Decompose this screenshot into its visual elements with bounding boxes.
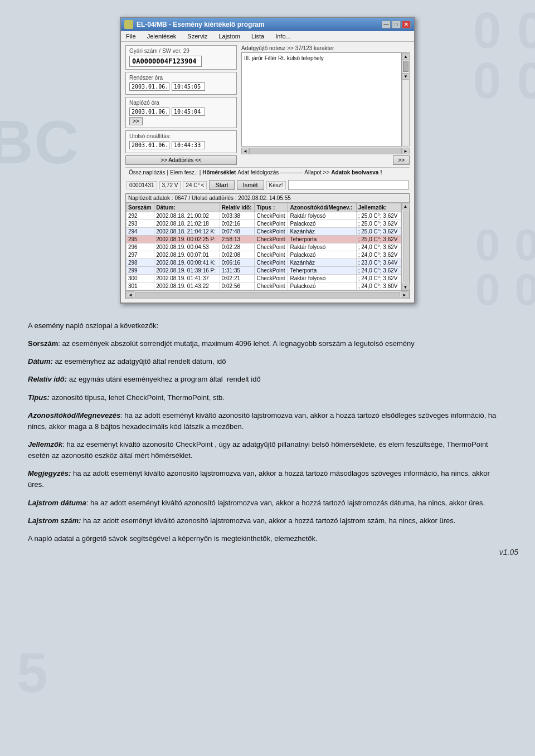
naplo-group: Naplózó óra >>: [125, 97, 237, 128]
minimize-button[interactable]: —: [382, 21, 391, 28]
table-row[interactable]: 2922002.08.18. 21:00:020:03:38CheckPoint…: [127, 212, 401, 220]
notesz-container: III. járőr Fillér Rt. külső telephely ▲ …: [241, 52, 410, 147]
serial-label: Gyári szám / SW ver. 29: [129, 48, 233, 54]
window-title: EL-04/MB - Esemény kiértékelő program: [137, 21, 264, 28]
table-cell: 2002.08.19. 00:04:53: [154, 243, 220, 251]
scroll-up-arrow[interactable]: ▲: [402, 53, 410, 60]
table-cell: ; 24,0 C°; 3,60V: [356, 282, 401, 290]
table-cell: 0:02:16: [220, 220, 255, 228]
utolso-date-input[interactable]: [129, 141, 169, 149]
table-cell: 301: [127, 282, 154, 290]
menu-lista[interactable]: Lista: [250, 32, 266, 40]
table-scroll-right[interactable]: ►: [401, 291, 408, 298]
menu-szerviz[interactable]: Szerviz: [186, 32, 209, 40]
naplo-time-input[interactable]: [172, 108, 205, 116]
scroll-left-arrow[interactable]: ◄: [241, 148, 249, 154]
scroll-down-arrow[interactable]: ▼: [402, 73, 410, 80]
table-cell: 2002.08.19. 00:07:01: [154, 251, 220, 259]
table-row[interactable]: 2982002.08.19. 00:08:41 K:0:06:16CheckPo…: [127, 259, 401, 267]
scroll-right-arrow[interactable]: ►: [402, 148, 410, 154]
para-jellemzok-bold: Jellemzők: [28, 440, 62, 448]
table-row[interactable]: 2952002.08.19. 00:02:25 P:2:58:13CheckPo…: [127, 236, 401, 243]
table-cell: ; 25,0 C°; 3,62V: [356, 212, 401, 220]
table-row[interactable]: 2992002.08.19. 01:39:16 P:1:31:35CheckPo…: [127, 267, 401, 275]
utolso-group: Utolsó óraállítás:: [125, 130, 237, 153]
menu-file[interactable]: File: [124, 32, 138, 40]
table-row[interactable]: 2942002.08.18. 21:04:12 K:0:07:48CheckPo…: [127, 228, 401, 236]
table-scroll-thumb: [403, 211, 408, 282]
table-cell: CheckPoint: [255, 212, 288, 220]
table-h-track: [135, 292, 400, 297]
menu-info[interactable]: Info...: [274, 32, 293, 40]
para-sorszam-rest: : az események abszolút sorrendjét mutat…: [58, 339, 415, 348]
rendszer-time-input[interactable]: [172, 82, 205, 91]
table-cell: 299: [127, 267, 154, 275]
table-row[interactable]: 2972002.08.19. 00:07:010:02:08CheckPoint…: [127, 251, 401, 259]
table-scrollbar: ▲ ▼: [401, 203, 409, 290]
article-section: A esemény napló oszlopai a következők: S…: [22, 320, 513, 544]
application-window: EL-04/MB - Esemény kiértékelő program — …: [120, 17, 415, 304]
h-scroll-track: [249, 148, 402, 154]
table-cell: CheckPoint: [255, 236, 288, 243]
table-cell: 2:58:13: [220, 236, 255, 243]
table-row[interactable]: 3012002.08.19. 01:43:220:02:56CheckPoint…: [127, 282, 401, 290]
serial-input[interactable]: [129, 56, 202, 67]
table-cell: Palackozó: [288, 282, 356, 290]
para-relativ-rest: az egymás utáni eseményekhez a program á…: [67, 375, 261, 383]
close-button[interactable]: ✕: [402, 21, 411, 28]
scroll-thumb[interactable]: [403, 61, 408, 72]
ismet-button[interactable]: Ismét: [237, 180, 264, 190]
table-cell: 2002.08.19. 01:41:37: [154, 275, 220, 282]
table-cell: ; 25,0 C°; 3,62V: [356, 228, 401, 236]
table-scroll-left[interactable]: ◄: [127, 291, 134, 298]
para-datum-rest: az eseményhez az adatgyűjtő által rendel…: [53, 357, 226, 365]
table-cell: 296: [127, 243, 154, 251]
table-cell: Teherporta: [288, 236, 356, 243]
para-lajstrom-szam-rest: ha az adott eseményt kiváltó azonosító l…: [81, 516, 455, 525]
table-cell: 298: [127, 259, 154, 267]
table-cell: ; 24,0 C°; 3,62V: [356, 243, 401, 251]
status-elem-label: |: [167, 169, 169, 175]
table-row[interactable]: 2962002.08.19. 00:04:530:02:28CheckPoint…: [127, 243, 401, 251]
col-relativ: Relatív idő:: [220, 203, 255, 212]
para-megjegyzes-bold: Megjegyzés:: [28, 469, 71, 477]
table-scroll-down[interactable]: ▼: [402, 284, 410, 290]
adattorles-button[interactable]: >> Adattörlés <<: [125, 155, 237, 165]
table-cell: CheckPoint: [255, 220, 288, 228]
naplo-date-input[interactable]: [129, 108, 169, 116]
window-body: Gyári szám / SW ver. 29 Rendszer óra Nap…: [121, 42, 414, 303]
heading-text: A esemény napló oszlopai a következők:: [28, 321, 158, 330]
table-row[interactable]: 3002002.08.19. 01:41:370:02:21CheckPoint…: [127, 275, 401, 282]
table-cell: 0:07:48: [220, 228, 255, 236]
table-body: 2922002.08.18. 21:00:020:03:38CheckPoint…: [127, 212, 401, 290]
menu-jelentesek[interactable]: Jelentések: [145, 32, 178, 40]
table-scroll-up[interactable]: ▲: [402, 203, 410, 209]
table-cell: ; 24,0 C°; 3,62V: [356, 275, 401, 282]
status-separator: |: [200, 169, 201, 175]
menu-lajstom[interactable]: Lajstom: [217, 32, 242, 40]
table-cell: 0:02:28: [220, 243, 255, 251]
table-row[interactable]: 2932002.08.18. 21:02:180:02:16CheckPoint…: [127, 220, 401, 228]
arrow-button[interactable]: >>: [129, 117, 143, 125]
table-cell: 0:02:21: [220, 275, 255, 282]
rendszer-date-input[interactable]: [129, 82, 169, 91]
restore-button[interactable]: □: [392, 21, 401, 28]
notesz-content: III. járőr Fillér Rt. külső telephely: [244, 55, 324, 61]
table-content: Sorszám Dátum: Relatív idő: Típus : Azon…: [126, 203, 401, 290]
para-lajstrom-datum: Lajstrom dátuma: ha az adott eseményt ki…: [28, 498, 507, 509]
table-cell: ; 24,0 C°; 3,62V: [356, 251, 401, 259]
notesz-arrow-btn[interactable]: >>: [393, 155, 410, 165]
col-azonosito: Azonosítókód/Megnev.:: [288, 203, 356, 212]
hom-value: 24 C°: [186, 182, 200, 188]
table-cell: Palackozó: [288, 220, 356, 228]
right-panel: Adatgyűjtő notesz >> 37/123 karakter III…: [241, 45, 410, 165]
status-allapot-value: Adatok beolvasva !: [331, 169, 382, 175]
table-cell: Kazánház: [288, 228, 356, 236]
table-cell: 0:02:08: [220, 251, 255, 259]
table-cell: 292: [127, 212, 154, 220]
utolso-time-input[interactable]: [172, 141, 205, 149]
rendszer-row: [129, 82, 233, 91]
elem-display: 3,72 V: [159, 181, 181, 189]
start-button[interactable]: Start: [209, 180, 234, 190]
table-header: Naplózott adatok : 0647 / Utolsó adattör…: [126, 194, 409, 203]
